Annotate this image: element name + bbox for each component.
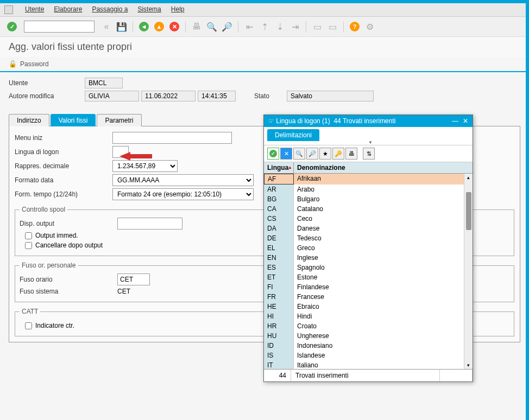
prev-page-icon[interactable]: ⇡ xyxy=(258,20,271,33)
lang-row[interactable]: BGBulgaro xyxy=(264,194,473,204)
fuso-legend: Fuso or. personale xyxy=(20,262,78,269)
lang-header-name[interactable]: Denominazione xyxy=(294,162,473,173)
popup-find-next-icon[interactable]: 🔎 xyxy=(306,148,318,160)
lingua-label: Lingua di logon xyxy=(15,148,112,156)
popup-cancel-icon[interactable]: ✕ xyxy=(280,148,292,160)
popup-fav-icon[interactable]: ★ xyxy=(319,148,331,160)
menubar: Utente Elaborare Passaggio a Sistema Hel… xyxy=(0,3,529,17)
lang-row[interactable]: CSCeco xyxy=(264,214,473,224)
lang-row[interactable]: FIFinlandese xyxy=(264,282,473,292)
menu-iniz-input[interactable] xyxy=(112,132,232,144)
fuso-sistema-label: Fuso sistema xyxy=(20,288,117,295)
menu-help[interactable]: Help xyxy=(171,5,185,14)
exit-circle[interactable]: ▲ xyxy=(153,20,166,33)
fuso-orario-input[interactable] xyxy=(117,273,150,285)
menu-iniz-label: Menu iniz xyxy=(15,134,112,142)
indicatore-checkbox[interactable] xyxy=(25,322,32,329)
output-immed-checkbox[interactable] xyxy=(25,232,32,239)
back-button[interactable]: « xyxy=(100,20,113,33)
cancel-circle[interactable]: ✕ xyxy=(168,20,181,33)
popup-print-icon[interactable]: 🖶 xyxy=(345,148,357,160)
shortcut-icon[interactable]: ▭ xyxy=(326,20,339,33)
find-next-icon[interactable]: 🔎 xyxy=(221,20,234,33)
lang-row[interactable]: FRFrancese xyxy=(264,292,473,302)
decimale-label: Rappres. decimale xyxy=(15,162,112,170)
save-icon[interactable]: 💾 xyxy=(115,20,128,33)
app-menu-icon[interactable] xyxy=(4,5,13,14)
lang-row[interactable]: HEEbraico xyxy=(264,302,473,311)
fuso-sistema-value: CET xyxy=(117,288,130,295)
lang-row[interactable]: IDIndonesiano xyxy=(264,341,473,351)
tempo-select[interactable]: Formato 24 ore (esempio: 12:05:10) xyxy=(112,188,254,200)
popup-key-icon[interactable]: 🔑 xyxy=(332,148,344,160)
lang-header-code[interactable]: Lingua xyxy=(264,162,294,173)
lang-row[interactable]: DADanese xyxy=(264,224,473,233)
menu-elaborare[interactable]: Elaborare xyxy=(54,5,82,14)
lang-row[interactable]: CACatalano xyxy=(264,204,473,214)
lang-row[interactable]: ESSpagnolo xyxy=(264,263,473,272)
output-immed-label: Output immed. xyxy=(35,232,78,239)
help-icon[interactable]: ? xyxy=(348,20,361,33)
lang-row[interactable]: ENInglese xyxy=(264,253,473,263)
customize-icon[interactable]: ⚙ xyxy=(363,20,376,33)
lang-row[interactable]: AFAfrikaan xyxy=(264,174,473,184)
cancel-output-label: Cancellare dopo output xyxy=(35,241,103,249)
last-page-icon[interactable]: ⇥ xyxy=(288,20,301,33)
stato-label: Stato xyxy=(254,92,287,100)
language-search-popup: ☞ Lingua di logon (1) 44 Trovati inserim… xyxy=(263,114,473,382)
output-input[interactable] xyxy=(117,218,182,230)
popup-toolbar: ✓ ✕ 🔍 🔎 ★ 🔑 🖶 ⇅ xyxy=(264,145,473,162)
lang-row[interactable]: ARArabo xyxy=(264,184,473,194)
minimize-icon[interactable]: — xyxy=(452,117,458,125)
popup-status-count: 44 xyxy=(264,370,291,381)
time-value: 14:41:35 xyxy=(198,91,236,101)
lang-row[interactable]: DETedesco xyxy=(264,233,473,243)
password-button[interactable]: Password xyxy=(20,60,49,68)
lang-row[interactable]: HUUngherese xyxy=(264,331,473,341)
tab-valori-fissi[interactable]: Valori fissi xyxy=(51,114,96,126)
menu-passaggio[interactable]: Passaggio a xyxy=(92,5,128,14)
data-label: Formato data xyxy=(15,176,112,184)
stato-value: Salvato xyxy=(287,91,374,101)
popup-status-text: Trovati inserimenti xyxy=(291,370,440,381)
popup-count-title: 44 Trovati inserimenti xyxy=(333,117,395,125)
main-toolbar: ✓ « 💾 ◄ ▲ ✕ 🖶 🔍 🔎 ⇤ ⇡ ⇣ ⇥ ▭ ▭ ? ⚙ xyxy=(0,17,529,37)
close-icon[interactable]: ✕ xyxy=(463,117,468,125)
popup-sort-icon[interactable]: ⇅ xyxy=(363,148,375,160)
first-page-icon[interactable]: ⇤ xyxy=(243,20,256,33)
page-title: Agg. valori fissi utente propri xyxy=(0,37,529,57)
catt-legend: CATT xyxy=(20,308,40,315)
password-icon[interactable]: 🔓 xyxy=(9,60,17,68)
decimale-select[interactable]: 1.234.567,89 xyxy=(112,160,178,172)
popup-enter-icon[interactable]: ✓ xyxy=(267,148,279,160)
popup-scrollbar[interactable]: ▴▾ xyxy=(464,174,473,369)
date-value: 11.06.2022 xyxy=(141,91,196,101)
lang-row[interactable]: HIHindi xyxy=(264,311,473,321)
lang-row[interactable]: ETEstone xyxy=(264,272,473,282)
menu-sistema[interactable]: Sistema xyxy=(137,5,161,14)
spool-legend: Controllo spool xyxy=(20,206,67,213)
print-icon[interactable]: 🖶 xyxy=(190,20,203,33)
cancel-output-checkbox[interactable] xyxy=(25,242,32,249)
new-session-icon[interactable]: ▭ xyxy=(311,20,324,33)
lang-row[interactable]: ITItaliano xyxy=(264,360,473,369)
lang-row[interactable]: ELGreco xyxy=(264,243,473,253)
output-label: Disp. output xyxy=(20,220,117,227)
popup-tab-delimitazioni[interactable]: Delimitazioni xyxy=(267,129,319,141)
tab-indirizzo[interactable]: Indirizzo xyxy=(9,114,49,126)
tab-parametri[interactable]: Parametri xyxy=(97,114,141,126)
data-select[interactable]: GG.MM.AAAA xyxy=(112,174,254,186)
tempo-label: Form. tempo (12/24h) xyxy=(15,190,112,198)
enter-button[interactable]: ✓ xyxy=(5,20,18,33)
find-icon[interactable]: 🔍 xyxy=(205,20,218,33)
command-field[interactable] xyxy=(24,21,95,33)
indicatore-label: Indicatore ctr. xyxy=(35,322,74,329)
autore-label: Autore modifica xyxy=(9,92,85,100)
menu-utente[interactable]: Utente xyxy=(25,5,44,14)
lang-row[interactable]: HRCroato xyxy=(264,321,473,331)
next-page-icon[interactable]: ⇣ xyxy=(273,20,286,33)
popup-find-icon[interactable]: 🔍 xyxy=(293,148,305,160)
lingua-input[interactable] xyxy=(112,146,129,158)
lang-row[interactable]: ISIslandese xyxy=(264,351,473,360)
back-circle[interactable]: ◄ xyxy=(137,20,150,33)
